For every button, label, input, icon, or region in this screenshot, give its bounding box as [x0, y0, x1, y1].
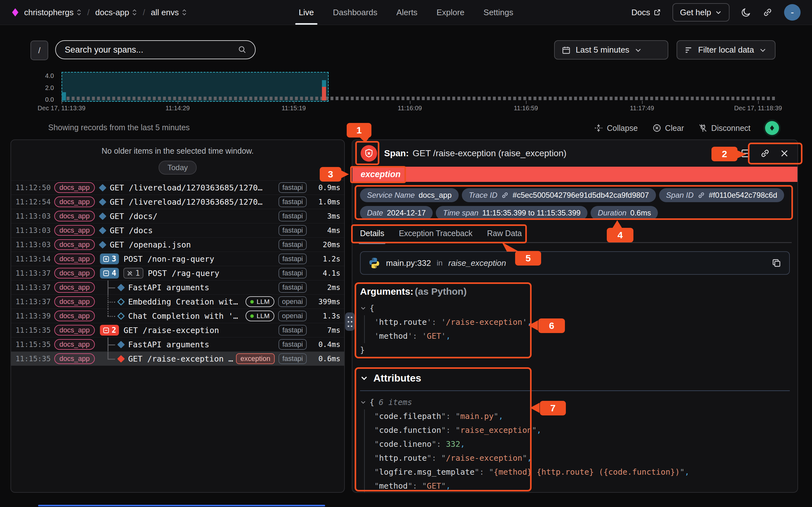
span-row[interactable]: 11:13:03docs_appGET /openapi.jsonfastapi… [11, 237, 344, 251]
span-row[interactable]: 11:13:14docs_app3POST /non-rag-queryfast… [11, 251, 344, 266]
framework-tag-pill[interactable]: fastapi [278, 211, 307, 222]
code-entry: 'method': 'GET', [374, 329, 790, 343]
span-row[interactable]: 11:13:39docs_appChat Completion with '…L… [11, 308, 344, 323]
main-tabs: LiveDashboardsAlertsExploreSettings [299, 0, 513, 25]
detail-tab-details[interactable]: Details [360, 229, 384, 243]
time-series-chart[interactable]: 4.02.00.0Dec 17, 11:13:3911:14:2911:15:1… [0, 66, 812, 116]
breadcrumb-item-christophergs[interactable]: christophergs [24, 8, 82, 17]
source-function: raise_exception [448, 258, 506, 268]
span-row[interactable]: 11:15:35docs_appFastAPI argumentsfastapi… [11, 337, 344, 351]
service-pill[interactable]: docs_app [54, 339, 95, 350]
service-pill[interactable]: docs_app [54, 182, 95, 193]
copy-link-icon[interactable] [760, 148, 770, 158]
span-row[interactable]: 11:12:50docs_appGET /livereload/12703636… [11, 180, 344, 194]
connection-status-indicator[interactable] [765, 121, 779, 135]
span-duration: 0.9ms [307, 183, 340, 192]
source-in-word: in [437, 259, 443, 268]
copy-icon[interactable] [771, 258, 781, 268]
framework-tag-pill[interactable]: fastapi [278, 282, 307, 293]
span-row[interactable]: 11:13:03docs_appGET /docs/fastapi3ms [11, 209, 344, 223]
split-panel-icon[interactable] [740, 148, 751, 158]
close-icon[interactable] [780, 149, 789, 158]
horizontal-scrollbar[interactable] [38, 505, 325, 506]
share-link-icon[interactable] [763, 7, 773, 17]
span-diamond-icon [117, 284, 125, 291]
tab-explore[interactable]: Explore [437, 0, 464, 25]
attributes-header[interactable]: Attributes [360, 372, 790, 384]
panel-resize-handle[interactable] [345, 313, 355, 331]
filter-dropdown[interactable]: Filter local data [676, 40, 775, 60]
framework-tag-pill[interactable]: fastapi [278, 225, 307, 236]
docs-link[interactable]: Docs [631, 8, 661, 17]
collapse-children-badge[interactable]: 4 [100, 268, 119, 279]
service-pill[interactable]: docs_app [54, 353, 95, 364]
span-time: 11:13:37 [15, 269, 53, 277]
minus-square-icon [103, 327, 109, 334]
span-main: FastAPI arguments [100, 280, 278, 294]
collapse-children-badge[interactable]: 2 [100, 325, 119, 336]
chart-bar-teal[interactable] [62, 92, 66, 101]
detail-tab-exception-traceback[interactable]: Exception Traceback [399, 229, 472, 243]
search-input[interactable] [64, 45, 238, 55]
today-pill[interactable]: Today [159, 161, 197, 175]
disconnect-button[interactable]: Disconnect [699, 124, 751, 133]
framework-tag-pill[interactable]: fastapi [278, 353, 307, 364]
detail-tab-raw-data[interactable]: Raw Data [487, 229, 522, 243]
search-box[interactable] [55, 40, 256, 59]
breadcrumb-item-docs-app[interactable]: docs-app [95, 8, 137, 17]
dark-mode-moon-icon[interactable] [741, 7, 751, 17]
span-name: Embedding Creation wit… [128, 297, 238, 306]
span-row[interactable]: 11:13:37docs_appFastAPI argumentsfastapi… [11, 280, 344, 294]
service-pill[interactable]: docs_app [54, 311, 95, 321]
avatar[interactable]: - [784, 4, 801, 20]
service-pill[interactable]: docs_app [54, 211, 95, 222]
logfire-logo-icon[interactable] [12, 8, 18, 16]
source-location-box: main.py:332 in raise_exception [360, 251, 790, 275]
framework-tag-pill[interactable]: fastapi [278, 253, 307, 264]
service-pill[interactable]: docs_app [54, 239, 95, 250]
framework-tag-pill[interactable]: openai [278, 296, 307, 307]
tab-dashboards[interactable]: Dashboards [333, 0, 377, 25]
service-pill[interactable]: docs_app [54, 268, 95, 279]
tab-alerts[interactable]: Alerts [397, 0, 417, 25]
framework-tag-pill[interactable]: fastapi [278, 325, 307, 336]
x-axis-label: 11:14:29 [165, 105, 190, 112]
chart-bar-red[interactable] [322, 87, 326, 101]
span-row[interactable]: 11:13:03docs_appGET /docsfastapi4ms [11, 223, 344, 237]
clear-label: Clear [665, 124, 684, 133]
service-pill[interactable]: docs_app [54, 225, 95, 236]
service-pill[interactable]: docs_app [54, 196, 95, 207]
framework-tag-pill[interactable]: openai [278, 311, 307, 321]
service-pill[interactable]: docs_app [54, 325, 95, 336]
span-name: FastAPI arguments [128, 340, 209, 349]
service-pill[interactable]: docs_app [54, 253, 95, 264]
tab-settings[interactable]: Settings [484, 0, 513, 25]
breadcrumb-item-all-envs[interactable]: all envs [151, 8, 187, 17]
tab-live[interactable]: Live [299, 0, 314, 25]
service-pill[interactable]: docs_app [54, 296, 95, 307]
time-range-dropdown[interactable]: Last 5 minutes [554, 40, 668, 60]
framework-tag-pill[interactable]: fastapi [278, 268, 307, 279]
span-main: GET /openapi.json [100, 238, 278, 251]
meta-pill-span-id[interactable]: Span ID#f0110e542c798c6d [659, 188, 784, 202]
span-row[interactable]: 11:15:35docs_appGET /raise-exception …ex… [11, 351, 344, 366]
expand-children-badge[interactable]: 3 [100, 253, 119, 264]
span-row[interactable]: 11:12:54docs_appGET /livereload/12703636… [11, 194, 344, 209]
get-help-button[interactable]: Get help [672, 3, 729, 21]
service-pill[interactable]: docs_app [54, 282, 95, 293]
framework-tag-pill[interactable]: fastapi [278, 182, 307, 193]
framework-tag-pill[interactable]: fastapi [278, 196, 307, 207]
span-diamond-icon [117, 341, 125, 348]
chart-bar-teal[interactable] [322, 80, 326, 87]
arguments-code[interactable]: {'http.route': '/raise-exception','metho… [360, 301, 790, 357]
framework-tag-pill[interactable]: fastapi [278, 239, 307, 250]
framework-tag-pill[interactable]: fastapi [278, 339, 307, 350]
attributes-code[interactable]: {6 items"code.filepath": "main.py","code… [360, 395, 790, 493]
source-file[interactable]: main.py:332 [386, 258, 431, 268]
collapse-button[interactable]: Collapse [594, 124, 638, 133]
span-row[interactable]: 11:13:37docs_appEmbedding Creation wit…L… [11, 294, 344, 308]
meta-pill-trace-id[interactable]: Trace ID#c5ec5005042796e91d5db42ca9fd980… [462, 188, 656, 202]
span-row[interactable]: 11:13:37docs_app41POST /rag-queryfastapi… [11, 266, 344, 280]
clear-button[interactable]: Clear [653, 124, 684, 133]
span-row[interactable]: 11:15:35docs_app2GET /raise-exceptionfas… [11, 323, 344, 337]
